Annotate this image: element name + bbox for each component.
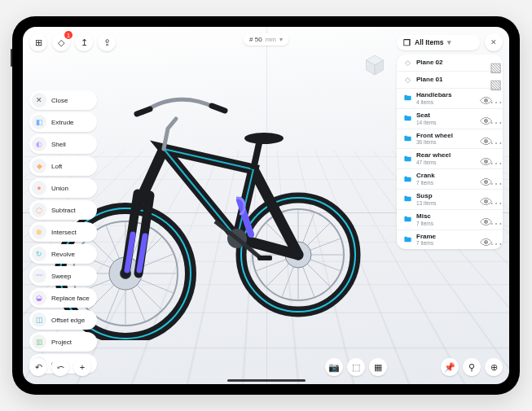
tool-offset-edge[interactable]: ◫Offset edge — [29, 310, 97, 330]
tool-extrude[interactable]: ◧Extrude — [29, 112, 97, 132]
close-panel-button[interactable]: ✕ — [485, 33, 503, 51]
diamond-icon: ◇ — [58, 37, 64, 48]
outline-item-actions: 👁⋯ — [480, 216, 497, 223]
camera-button[interactable]: 📷 — [325, 358, 343, 376]
tool-sweep[interactable]: 〰Sweep — [29, 266, 97, 286]
visibility-icon[interactable]: 👁 — [480, 216, 487, 223]
plane-toggle-icon[interactable]: ▧ — [490, 59, 497, 67]
offset-edge-icon: ◫ — [32, 313, 46, 327]
history-button[interactable]: ⤺ — [51, 358, 69, 376]
tool-label: Revolve — [51, 251, 75, 258]
more-icon[interactable]: ⋯ — [490, 94, 497, 102]
tool-intersect[interactable]: ⊗Intersect — [29, 222, 97, 242]
tool-label: Extrude — [51, 119, 74, 126]
outline-item-name: Susp — [416, 193, 476, 200]
outline-item-name: Front wheel — [416, 133, 476, 140]
replace-face-icon: ◒ — [32, 291, 46, 305]
more-icon[interactable]: ⋯ — [490, 155, 497, 163]
union-icon: ● — [32, 181, 46, 195]
outline-item-actions: ▧ — [490, 77, 497, 84]
outline-item-rear-wheel[interactable]: Rear wheel47 items👁⋯ — [397, 149, 503, 169]
grid-size-pill[interactable]: # 50 mm ▾ — [243, 33, 289, 46]
outline-item-front-wheel[interactable]: Front wheel36 items👁⋯ — [397, 129, 503, 150]
undo-button[interactable]: ↶ — [29, 358, 47, 376]
outline-item-actions: 👁⋯ — [480, 155, 497, 163]
folder-icon — [402, 94, 412, 103]
outline-header[interactable]: ❒ All Items ▾ — [397, 35, 480, 50]
visibility-icon[interactable]: 👁 — [480, 94, 487, 102]
outline-item-plane-02[interactable]: ◇Plane 02▧ — [397, 55, 503, 72]
topbar-left: ⊞ ◇ ↥ ⇪ — [29, 33, 116, 51]
close-icon: ✕ — [32, 93, 46, 107]
more-icon[interactable]: ⋯ — [490, 195, 497, 203]
pin-button[interactable]: 📌 — [441, 358, 459, 376]
outline-item-handlebars[interactable]: Handlebars4 items👁⋯ — [397, 89, 503, 109]
home-indicator — [227, 379, 306, 382]
visibility-icon[interactable]: 👁 — [480, 135, 487, 142]
outline-item-crank[interactable]: Crank7 items👁⋯ — [397, 169, 503, 190]
menu-icon: ⊞ — [35, 37, 42, 48]
outline-item-susp[interactable]: Susp13 items👁⋯ — [397, 190, 503, 210]
export-button[interactable]: ⇪ — [98, 33, 116, 51]
tool-union[interactable]: ●Union — [29, 178, 97, 198]
folder-icon — [402, 133, 412, 143]
tool-project[interactable]: ▥Project — [29, 332, 97, 352]
cube-stack-icon: ❒ — [403, 38, 411, 47]
add-item-button[interactable]: ⊕ — [485, 358, 503, 376]
outline-item-sub: 7 items — [416, 221, 476, 226]
tool-label: Project — [51, 339, 72, 346]
outline-item-name: Rear wheel — [416, 152, 476, 160]
chevron-down-icon: ▾ — [279, 36, 283, 43]
more-icon[interactable]: ⋯ — [490, 135, 497, 142]
visibility-icon[interactable]: 👁 — [480, 115, 487, 122]
outline-item-misc[interactable]: Misc7 items👁⋯ — [397, 210, 503, 230]
outline-item-seat[interactable]: Seat14 items👁⋯ — [397, 109, 503, 129]
tool-loft[interactable]: ◆Loft — [29, 156, 97, 176]
history-icon: ⤺ — [57, 362, 64, 373]
visibility-icon[interactable]: 👁 — [480, 176, 487, 183]
more-icon[interactable]: ⋯ — [490, 236, 497, 243]
plane-toggle-icon[interactable]: ▧ — [490, 77, 497, 84]
svg-line-37 — [212, 106, 225, 111]
tool-subtract[interactable]: ◌Subtract — [29, 200, 97, 220]
visibility-icon[interactable]: 👁 — [480, 155, 487, 163]
outline-item-actions: 👁⋯ — [480, 195, 497, 203]
tool-label: Subtract — [51, 207, 76, 214]
notifications-button[interactable]: ◇ — [52, 33, 70, 51]
grid-toggle-button[interactable]: ▦ — [369, 358, 387, 376]
more-icon[interactable]: ⋯ — [490, 176, 497, 183]
orientation-cube[interactable] — [363, 53, 387, 77]
outline-item-sub: 36 items — [416, 139, 476, 145]
view-cube-button[interactable]: ⬚ — [347, 358, 365, 376]
outline-item-frame[interactable]: Frame7 items👁⋯ — [397, 230, 503, 250]
tool-panel: ✕Close◧Extrude◐Shell◆Loft●Union◌Subtract… — [29, 90, 97, 374]
more-icon[interactable]: ⋯ — [490, 216, 497, 223]
tool-label: Offset edge — [51, 317, 85, 324]
outline-item-plane-01[interactable]: ◇Plane 01▧ — [397, 72, 503, 89]
outline-item-sub: 7 items — [416, 180, 476, 186]
tool-replace-face[interactable]: ◒Replace face — [29, 288, 97, 308]
tool-label: Loft — [51, 163, 62, 170]
target-button[interactable]: ⚲ — [463, 358, 481, 376]
visibility-icon[interactable]: 👁 — [480, 195, 487, 203]
outline-item-sub: 7 items — [416, 240, 476, 246]
tool-shell[interactable]: ◐Shell — [29, 134, 97, 154]
outline-item-name: Crank — [416, 173, 476, 180]
bottom-right-cluster: 📌⚲⊕ — [441, 358, 503, 376]
outline-item-actions: 👁⋯ — [480, 236, 497, 243]
outline-item-actions: 👁⋯ — [480, 176, 497, 183]
upload-button[interactable]: ↥ — [75, 33, 93, 51]
add-button[interactable]: + — [73, 358, 91, 376]
export-icon: ⇪ — [103, 37, 111, 48]
visibility-icon[interactable]: 👁 — [480, 236, 487, 243]
grid-size-value: # 50 — [249, 36, 262, 43]
outline-item-sub: 4 items — [416, 99, 476, 105]
outline-item-sub: 47 items — [416, 160, 476, 165]
project-icon: ▥ — [32, 334, 46, 349]
more-icon[interactable]: ⋯ — [490, 115, 497, 122]
tool-close[interactable]: ✕Close — [29, 90, 97, 110]
tool-revolve[interactable]: ↻Revolve — [29, 244, 97, 264]
revolve-icon: ↻ — [32, 247, 46, 261]
menu-button[interactable]: ⊞ — [29, 33, 47, 51]
folder-icon — [402, 195, 412, 204]
